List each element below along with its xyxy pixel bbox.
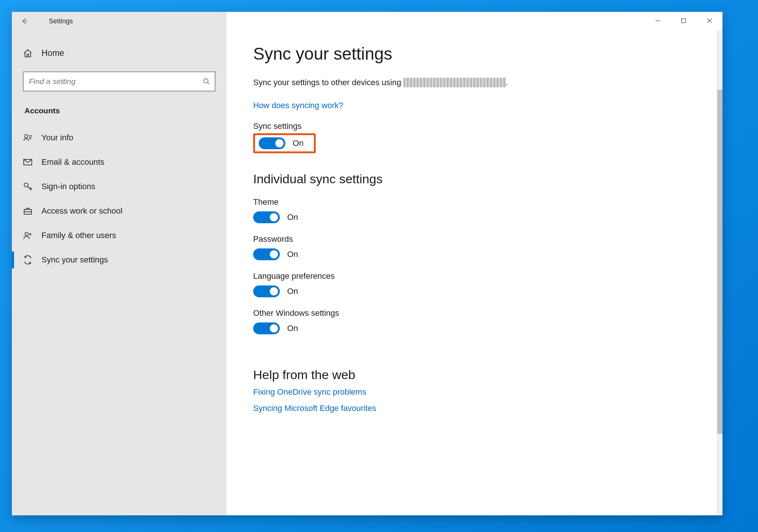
sync-settings-state: On: [293, 138, 303, 148]
theme-toggle[interactable]: [253, 211, 280, 223]
page-title: Sync your settings: [253, 44, 700, 64]
minimize-button[interactable]: [645, 12, 671, 30]
nav-label: Family & other users: [41, 231, 116, 240]
people-add-icon: [23, 231, 33, 240]
passwords-toggle[interactable]: [253, 248, 280, 260]
sidebar: Settings Home Accounts Your info Email &…: [12, 12, 227, 515]
sidebar-section-title: Accounts: [12, 98, 227, 119]
passwords-label: Passwords: [253, 234, 700, 244]
window-title: Settings: [49, 17, 73, 25]
search-icon: [203, 78, 210, 85]
scrollbar-thumb[interactable]: [717, 90, 722, 434]
person-badge-icon: [23, 133, 33, 143]
language-state: On: [287, 287, 298, 296]
other-windows-label: Other Windows settings: [253, 308, 700, 318]
help-link-edge[interactable]: Syncing Microsoft Edge favourites: [253, 404, 700, 413]
other-windows-state: On: [287, 324, 298, 333]
sync-desc-suffix: .: [506, 78, 508, 87]
nav-label: Sync your settings: [41, 255, 108, 265]
home-icon: [23, 48, 33, 58]
key-icon: [23, 182, 33, 191]
nav-work-school[interactable]: Access work or school: [12, 199, 227, 223]
passwords-state: On: [287, 250, 298, 259]
mail-icon: [23, 157, 33, 167]
home-nav[interactable]: Home: [12, 41, 227, 65]
sync-description: Sync your settings to other devices usin…: [253, 78, 700, 87]
theme-state: On: [287, 213, 298, 222]
how-syncing-works-link[interactable]: How does syncing work?: [253, 101, 700, 110]
settings-window: Settings Home Accounts Your info Email &…: [12, 12, 722, 515]
search-input[interactable]: [23, 71, 215, 91]
theme-label: Theme: [253, 197, 700, 207]
nav-your-info[interactable]: Your info: [12, 126, 227, 150]
svg-point-5: [204, 79, 208, 83]
nav-email-accounts[interactable]: Email & accounts: [12, 150, 227, 174]
language-toggle-row: On: [253, 285, 700, 297]
language-label: Language preferences: [253, 271, 700, 281]
nav-label: Sign-in options: [41, 182, 95, 191]
sync-settings-toggle-row: On: [259, 137, 303, 149]
help-link-onedrive[interactable]: Fixing OneDrive sync problems: [253, 387, 700, 397]
other-windows-toggle[interactable]: [253, 322, 280, 334]
briefcase-icon: [23, 206, 33, 216]
svg-rect-1: [682, 19, 686, 23]
home-label: Home: [41, 48, 64, 58]
search-wrap: [23, 71, 215, 91]
svg-line-6: [208, 83, 209, 84]
sync-settings-toggle[interactable]: [259, 137, 285, 149]
sync-icon: [23, 255, 33, 265]
passwords-toggle-row: On: [253, 248, 700, 260]
window-controls: [645, 12, 722, 30]
nav-label: Your info: [41, 133, 73, 143]
svg-point-15: [25, 232, 28, 235]
theme-toggle-row: On: [253, 211, 700, 223]
other-windows-toggle-row: On: [253, 322, 700, 334]
back-button[interactable]: [12, 12, 38, 30]
nav-family-users[interactable]: Family & other users: [12, 223, 227, 248]
nav-signin-options[interactable]: Sign-in options: [12, 174, 227, 199]
sync-desc-prefix: Sync your settings to other devices usin…: [253, 78, 403, 87]
sidebar-nav: Your info Email & accounts Sign-in optio…: [12, 119, 227, 272]
highlight-annotation: On: [253, 133, 316, 153]
close-button[interactable]: [697, 12, 722, 30]
help-title: Help from the web: [253, 368, 700, 382]
account-email-blurred: xxxxx xxxxxxx@xxxxxxxx xx: [403, 78, 506, 87]
nav-label: Access work or school: [41, 206, 123, 216]
content-pane: Sync your settings Sync your settings to…: [227, 12, 722, 515]
nav-label: Email & accounts: [41, 157, 104, 167]
titlebar: Settings: [12, 12, 227, 30]
individual-sync-title: Individual sync settings: [253, 172, 700, 186]
sync-settings-label: Sync settings: [253, 121, 700, 131]
svg-point-7: [24, 134, 28, 138]
nav-sync-settings[interactable]: Sync your settings: [12, 248, 227, 272]
language-toggle[interactable]: [253, 285, 280, 297]
maximize-button[interactable]: [671, 12, 697, 30]
